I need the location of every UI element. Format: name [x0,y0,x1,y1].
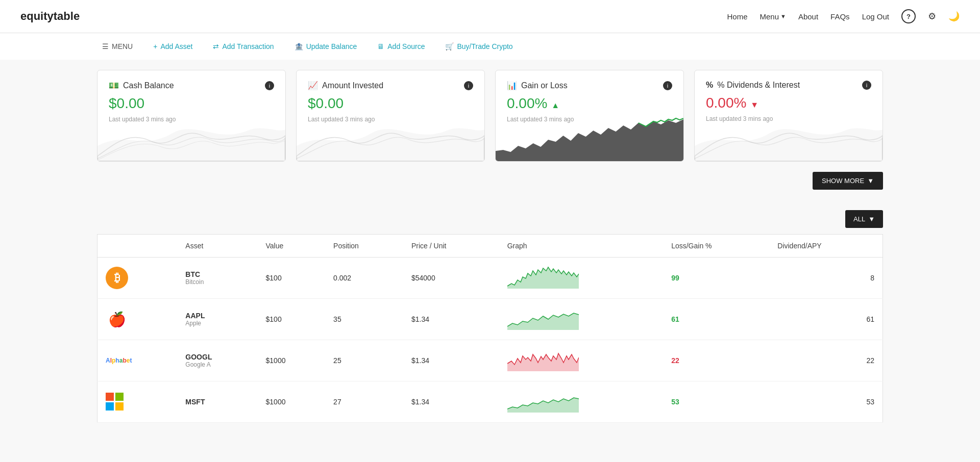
googl-graph-cell [499,340,663,381]
add-source-icon: 🖥 [377,42,384,50]
add-asset-icon: + [153,42,157,50]
card-amount-invested-header: 📈 Amount Invested i [308,81,473,90]
toolbar-add-source[interactable]: 🖥 Add Source [377,42,425,50]
settings-icon[interactable]: ⚙ [928,11,936,22]
all-filter-button[interactable]: ALL ▼ [845,210,883,228]
toolbar-update-balance[interactable]: 🏦 Update Balance [295,42,357,50]
col-price-unit: Price / Unit [403,235,499,258]
gain-loss-value: 0.00% ▲ [507,95,672,112]
svg-marker-0 [507,267,579,289]
card-gain-loss: 📊 Gain or Loss i 0.00% ▲ Last updated 3 … [495,70,684,162]
amount-invested-value: $0.00 [308,95,473,112]
col-graph: Graph [499,235,663,258]
btc-dividend-cell: 8 [769,258,883,299]
aapl-price-cell: $1.34 [403,299,499,340]
all-dropdown-arrow: ▼ [868,215,875,223]
col-position: Position [325,235,403,258]
cash-balance-info[interactable]: i [265,81,274,90]
nav-home[interactable]: Home [727,12,747,21]
amount-invested-icon: 📈 [308,81,318,90]
msft-loss-gain-cell: 53 [663,381,769,423]
table-row: ₿ BTC Bitcoin $100 0.002 $54000 99 [97,258,883,299]
table-section: ALL ▼ Asset Value Position Price / Unit … [0,200,980,433]
col-asset: Asset [177,235,257,258]
help-icon[interactable]: ? [901,9,916,23]
gain-loss-icon: 📊 [507,81,517,90]
nav-faqs[interactable]: FAQs [830,12,850,21]
table-row: 🍎 AAPL Apple $100 35 $1.34 61 [97,299,883,340]
btc-asset-cell: BTC Bitcoin [177,258,257,299]
table-header: Asset Value Position Price / Unit Graph … [97,235,883,258]
msft-icon [106,393,124,411]
googl-icon-cell: Alphabet [97,340,178,381]
nav-links: Home Menu ▼ About FAQs Log Out ? ⚙ 🌙 [727,9,960,23]
amount-invested-bg [297,115,484,161]
toolbar-buy-trade[interactable]: 🛒 Buy/Trade Crypto [445,42,512,50]
googl-asset-cell: GOOGL Google A [177,340,257,381]
svg-marker-3 [507,398,579,413]
show-more-arrow: ▼ [867,177,874,185]
msft-asset-cell: MSFT [177,381,257,423]
table-body: ₿ BTC Bitcoin $100 0.002 $54000 99 [97,258,883,423]
aapl-mini-chart [507,307,579,330]
dividends-bg [695,115,883,161]
aapl-dividend-cell: 61 [769,299,883,340]
add-transaction-icon: ⇄ [213,42,219,50]
show-more-button[interactable]: SHOW MORE ▼ [813,172,883,190]
brand-logo[interactable]: equitytable [20,10,80,23]
cash-balance-bg [97,115,285,161]
cash-balance-value: $0.00 [109,95,274,112]
amount-invested-info[interactable]: i [464,81,473,90]
card-dividends: % % Dividends & Interest i 0.00% ▼ Last … [694,70,883,162]
col-dividend: Dividend/APY [769,235,883,258]
btc-icon: ₿ [106,267,128,289]
btc-position-cell: 0.002 [325,258,403,299]
aapl-asset-cell: AAPL Apple [177,299,257,340]
msft-value-cell: $1000 [258,381,326,423]
nav-logout[interactable]: Log Out [862,12,889,21]
card-cash-balance-header: 💵 Cash Balance i [109,81,274,90]
card-amount-invested: 📈 Amount Invested i $0.00 Last updated 3… [296,70,485,162]
googl-loss-gain-cell: 22 [663,340,769,381]
aapl-position-cell: 35 [325,299,403,340]
googl-mini-chart [507,348,579,371]
googl-price-cell: $1.34 [403,340,499,381]
toolbar-menu[interactable]: ☰ MENU [102,42,133,50]
aapl-loss-gain-cell: 61 [663,299,769,340]
svg-marker-2 [507,353,579,371]
show-more-section: SHOW MORE ▼ [0,172,980,200]
btc-price-cell: $54000 [403,258,499,299]
msft-position-cell: 27 [325,381,403,423]
aapl-graph-cell [499,299,663,340]
toolbar-add-transaction[interactable]: ⇄ Add Transaction [213,42,274,50]
toolbar-add-asset[interactable]: + Add Asset [153,42,192,50]
card-dividends-header: % % Dividends & Interest i [706,81,871,90]
cash-icon: 💵 [109,81,119,90]
gain-loss-trend: ▲ [551,101,559,110]
cards-section: 💵 Cash Balance i $0.00 Last updated 3 mi… [0,60,980,172]
card-gain-loss-header: 📊 Gain or Loss i [507,81,672,90]
nav-menu[interactable]: Menu ▼ [760,12,786,21]
msft-graph-cell [499,381,663,423]
toolbar: ☰ MENU + Add Asset ⇄ Add Transaction 🏦 U… [0,33,980,60]
gain-loss-info[interactable]: i [663,81,672,90]
msft-price-cell: $1.34 [403,381,499,423]
aapl-icon: 🍎 [106,308,128,330]
col-icon [97,235,178,258]
dividends-value: 0.00% ▼ [706,95,871,111]
gain-loss-bg [496,115,683,161]
msft-icon-cell [97,381,178,423]
msft-mini-chart [507,390,579,413]
col-value: Value [258,235,326,258]
dividends-icon: % [706,81,713,90]
update-balance-icon: 🏦 [295,42,303,50]
buy-trade-icon: 🛒 [445,42,454,50]
dark-mode-icon[interactable]: 🌙 [948,11,960,22]
table-toolbar: ALL ▼ [97,210,883,228]
nav-about[interactable]: About [798,12,818,21]
msft-dividend-cell: 53 [769,381,883,423]
table-row: Alphabet GOOGL Google A $1000 25 $1.34 [97,340,883,381]
dividends-info[interactable]: i [862,81,871,90]
aapl-value-cell: $100 [258,299,326,340]
googl-position-cell: 25 [325,340,403,381]
